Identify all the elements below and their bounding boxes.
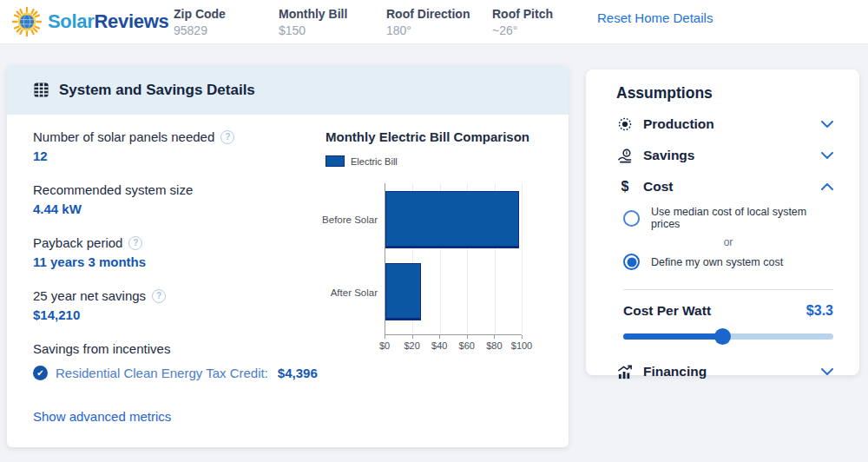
cost-slider-thumb[interactable] [714,328,731,345]
radio-label: Use median cost of local system prices [651,206,833,230]
show-advanced-metrics-link[interactable]: Show advanced metrics [33,409,319,424]
metric-label: 25 year net savings [33,288,146,303]
logo-wordmark: SolarReviews [48,10,169,33]
chart-plot [385,183,522,335]
zip-code-label: Zip Code [174,7,226,21]
metric-panels-needed: Number of solar panels needed? 12 [33,129,319,163]
help-icon[interactable]: ? [152,289,166,303]
metric-label: Recommended system size [33,182,193,197]
bill-comparison-chart: Monthly Electric Bill Comparison Electri… [319,129,542,424]
divider [623,289,833,290]
x-tick-label: $80 [486,340,502,351]
section-savings[interactable]: Savings [616,140,833,171]
cost-per-watt-label: Cost Per Watt [623,303,711,319]
metric-payback-period: Payback period? 11 years 3 months [33,235,319,269]
metric-value: 4.44 kW [33,201,319,216]
section-production[interactable]: Production [616,109,833,140]
roof-direction-label: Roof Direction [386,7,470,21]
section-financing[interactable]: Financing [616,356,833,387]
option-use-median-cost[interactable]: Use median cost of local system prices [623,206,833,230]
roof-pitch-label: Roof Pitch [492,7,553,21]
section-label: Cost [643,179,673,195]
metrics-column: Number of solar panels needed? 12 Recomm… [33,129,319,424]
chevron-down-icon [821,152,833,159]
section-cost[interactable]: $ Cost [616,171,833,202]
x-tick-mark [522,335,523,339]
metric-value: $14,210 [33,307,319,322]
or-separator: or [623,236,833,248]
bar-before-solar [385,191,519,248]
solarreviews-logo[interactable]: SolarReviews [12,7,169,36]
assumptions-title: Assumptions [616,84,859,102]
assumptions-card: Assumptions Production Savings [586,69,859,375]
radio-define-own-cost[interactable] [623,254,640,270]
metric-value: 11 years 3 months [33,254,319,269]
system-savings-card: System and Savings Details Number of sol… [7,65,569,447]
metric-net-savings: 25 year net savings? $14,210 [33,288,319,322]
roof-direction-value: 180° [386,23,470,37]
reset-home-details-link[interactable]: Reset Home Details [597,10,713,25]
header-field-monthly-bill: Monthly Bill $150 [279,7,347,37]
metric-value: 12 [33,148,319,163]
section-label: Financing [643,364,707,380]
check-circle-icon: ✔ [33,366,48,380]
help-icon[interactable]: ? [220,130,234,144]
incentive-tax-credit-row: ✔ Residential Clean Energy Tax Credit: $… [33,366,319,380]
cost-per-watt-slider[interactable] [623,328,833,345]
grid-icon [33,82,49,98]
x-tick-mark [467,335,468,339]
x-tick-label: $100 [511,340,532,351]
cost-slider-fill [623,333,722,340]
header-field-roof-pitch: Roof Pitch ~26° [492,7,553,37]
metric-label: Number of solar panels needed [33,129,214,144]
chart-title: Monthly Electric Bill Comparison [326,129,542,144]
chart-category-label: Before Solar [322,214,378,225]
cost-per-watt-value: $3.3 [806,303,833,319]
section-label: Savings [643,148,694,163]
x-tick-mark [439,335,440,339]
x-tick-mark [385,335,385,339]
coin-hand-icon [616,148,634,164]
x-tick-label: $0 [379,340,390,351]
legend-swatch [326,155,345,167]
incentive-amount: $4,396 [278,366,318,380]
x-tick-label: $40 [431,340,447,351]
card-title: System and Savings Details [59,82,255,99]
legend-label: Electric Bill [351,156,398,167]
zip-code-value: 95829 [174,23,226,37]
radio-label: Define my own system cost [651,256,783,268]
roof-pitch-value: ~26° [492,23,553,37]
help-icon[interactable]: ? [128,236,142,250]
chevron-down-icon [821,121,833,128]
sun-icon [616,116,634,132]
option-define-own-cost[interactable]: Define my own system cost [623,254,833,270]
bar-chart-icon [616,364,634,380]
monthly-bill-value: $150 [279,23,347,37]
bar-after-solar [385,263,421,320]
cost-panel: Use median cost of local system prices o… [586,206,859,345]
metric-label: Payback period [33,235,122,250]
header-field-roof-direction: Roof Direction 180° [386,7,470,37]
chart-category-label: After Solar [331,287,378,298]
metric-system-size: Recommended system size 4.44 kW [33,182,319,216]
chart-x-axis: $0$20$40$60$80$100 [385,335,522,351]
system-savings-card-header: System and Savings Details [7,65,569,115]
top-header: SolarReviews Zip Code 95829 Monthly Bill… [0,0,868,44]
chart-y-labels: Before SolarAfter Solar [326,183,385,335]
dollar-icon: $ [616,179,634,195]
x-tick-label: $60 [459,340,475,351]
chevron-up-icon [821,183,833,190]
radio-use-median-cost[interactable] [623,210,640,227]
x-tick-mark [494,335,495,339]
x-tick-mark [412,335,413,339]
chevron-down-icon [821,368,833,375]
gridline [522,183,523,334]
section-label: Production [643,116,714,132]
x-tick-label: $20 [404,340,419,351]
incentive-name: Residential Clean Energy Tax Credit: [56,366,268,380]
savings-from-incentives-label: Savings from incentives [33,341,319,356]
sun-logo-icon [12,7,42,36]
header-field-zip-code: Zip Code 95829 [174,7,226,37]
chart-legend: Electric Bill [326,155,542,167]
monthly-bill-label: Monthly Bill [279,7,347,21]
